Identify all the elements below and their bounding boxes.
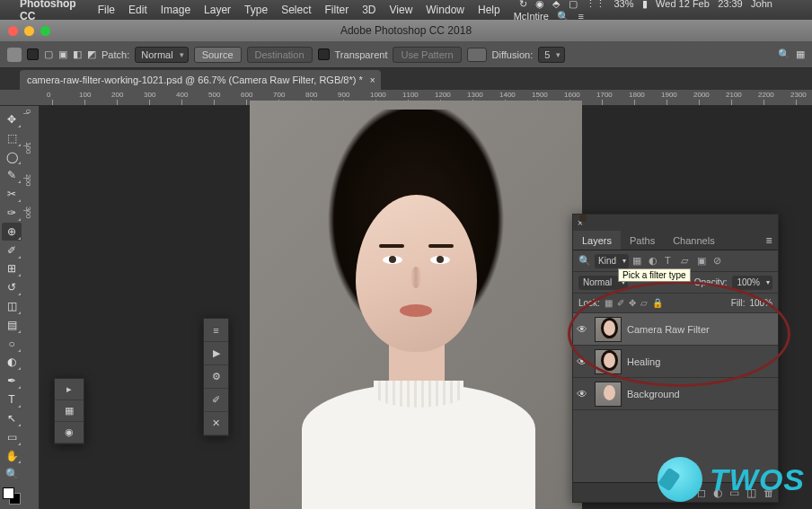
- selection-subtract-icon[interactable]: ◧: [73, 48, 82, 60]
- path-select-tool[interactable]: ↖: [2, 409, 22, 427]
- fill-value[interactable]: 100%: [749, 298, 772, 308]
- menu-filter[interactable]: Filter: [324, 4, 349, 16]
- battery-icon[interactable]: ▮: [642, 0, 648, 9]
- navigator-icon[interactable]: ▦: [55, 400, 84, 422]
- history-icon[interactable]: ◉: [55, 422, 84, 443]
- brush-tool[interactable]: ✐: [2, 241, 22, 259]
- sync-icon[interactable]: ↻: [519, 0, 527, 9]
- history-brush-tool[interactable]: ↺: [2, 278, 22, 296]
- layer-thumbnail[interactable]: [595, 317, 622, 342]
- settings-icon[interactable]: ⚙: [204, 365, 228, 389]
- lock-pixels-icon[interactable]: ▦: [605, 298, 613, 308]
- selection-new-icon[interactable]: ▢: [44, 48, 53, 60]
- blur-tool[interactable]: ○: [2, 335, 22, 353]
- type-tool[interactable]: T: [2, 391, 22, 408]
- eraser-tool[interactable]: ◫: [2, 297, 22, 315]
- navigator-panel[interactable]: ▸ ▦ ◉: [54, 378, 84, 444]
- layer-row[interactable]: 👁 Background: [573, 378, 778, 410]
- filter-smart-icon[interactable]: ▣: [697, 255, 710, 268]
- menu-edit[interactable]: Edit: [128, 4, 147, 16]
- time[interactable]: 23:39: [718, 0, 743, 9]
- filter-type-icon[interactable]: T: [665, 255, 677, 268]
- play-icon[interactable]: ▶: [204, 342, 228, 365]
- tool-preset-icon[interactable]: [27, 48, 39, 60]
- layer-row[interactable]: 👁 Camera Raw Filter: [573, 313, 778, 346]
- zoom-tool[interactable]: 🔍: [2, 465, 22, 483]
- layer-name[interactable]: Background: [627, 389, 680, 399]
- visibility-icon[interactable]: 👁: [577, 388, 589, 400]
- visibility-icon[interactable]: 👁: [577, 355, 589, 368]
- color-swatches[interactable]: [3, 487, 21, 505]
- crop-tool[interactable]: ✂: [2, 185, 22, 203]
- filter-shape-icon[interactable]: ▱: [681, 255, 693, 268]
- brush-icon[interactable]: ✐: [204, 389, 228, 412]
- destination-button[interactable]: Destination: [247, 47, 313, 63]
- diffusion-select[interactable]: 5: [538, 47, 565, 63]
- visibility-icon[interactable]: 👁: [577, 323, 589, 336]
- opacity-value[interactable]: 100%: [732, 276, 772, 290]
- healing-tool[interactable]: ⊕: [2, 223, 22, 241]
- cc-icon[interactable]: ◉: [535, 0, 544, 9]
- workspace-switcher-icon[interactable]: ▦: [796, 48, 805, 60]
- filter-pixel-icon[interactable]: ▦: [632, 255, 645, 268]
- pattern-swatch[interactable]: [467, 48, 487, 62]
- lock-artboard-icon[interactable]: ▱: [640, 298, 648, 308]
- close-tab-icon[interactable]: ×: [370, 75, 375, 85]
- minimize-button[interactable]: [24, 26, 34, 36]
- floating-tools-panel[interactable]: ≡ ▶ ⚙ ✐ ✕: [203, 318, 229, 436]
- shape-tool[interactable]: ▭: [2, 428, 22, 446]
- menu-select[interactable]: Select: [281, 4, 311, 16]
- quick-select-tool[interactable]: ✎: [2, 166, 22, 184]
- selection-add-icon[interactable]: ▣: [58, 48, 67, 60]
- document-tab[interactable]: × camera-raw-filter-working-1021.psd @ 6…: [20, 70, 381, 90]
- eyedropper-tool[interactable]: ✑: [2, 204, 22, 222]
- selection-intersect-icon[interactable]: ◩: [87, 48, 96, 60]
- close-icon[interactable]: ✕: [204, 412, 228, 435]
- date[interactable]: Wed 12 Feb: [656, 0, 710, 9]
- wifi-icon[interactable]: ⋮⋮: [586, 0, 605, 9]
- layer-thumbnail[interactable]: [595, 349, 622, 374]
- search-icon[interactable]: 🔍: [778, 48, 790, 61]
- tab-paths[interactable]: Paths: [621, 231, 664, 250]
- close-button[interactable]: [8, 26, 18, 36]
- panel-collapse-icon[interactable]: ▸: [55, 379, 84, 400]
- layer-row[interactable]: 👁 Healing: [573, 346, 778, 378]
- stamp-tool[interactable]: ⊞: [2, 260, 22, 278]
- tab-layers[interactable]: Layers: [573, 231, 621, 250]
- search-icon[interactable]: 🔍: [578, 255, 591, 267]
- hand-tool[interactable]: ✋: [2, 447, 22, 465]
- menu-window[interactable]: Window: [426, 4, 464, 16]
- lock-brush-icon[interactable]: ✐: [617, 298, 624, 308]
- lasso-tool[interactable]: ◯: [2, 148, 22, 166]
- layer-thumbnail[interactable]: [595, 382, 622, 407]
- marquee-tool[interactable]: ⬚: [2, 129, 22, 147]
- menu-3d[interactable]: 3D: [362, 4, 375, 16]
- menu-image[interactable]: Image: [161, 4, 190, 16]
- menu-type[interactable]: Type: [244, 4, 268, 16]
- use-pattern-button[interactable]: Use Pattern: [393, 47, 461, 63]
- source-button[interactable]: Source: [194, 47, 242, 63]
- layer-name[interactable]: Camera Raw Filter: [627, 324, 710, 335]
- menu-help[interactable]: Help: [478, 4, 500, 16]
- gradient-tool[interactable]: ▤: [2, 316, 22, 334]
- panel-menu-icon[interactable]: ≡: [760, 231, 778, 250]
- tab-channels[interactable]: Channels: [664, 231, 723, 250]
- menu-view[interactable]: View: [390, 4, 413, 16]
- menu-file[interactable]: File: [98, 4, 115, 16]
- move-tool[interactable]: ✥: [2, 110, 22, 128]
- lock-position-icon[interactable]: ✥: [629, 298, 636, 308]
- pan-icon[interactable]: ≡: [204, 319, 228, 342]
- layer-name[interactable]: Healing: [627, 356, 660, 367]
- filter-toggle-icon[interactable]: ⊘: [713, 255, 726, 268]
- maximize-button[interactable]: [40, 26, 50, 36]
- pen-tool[interactable]: ✒: [2, 372, 22, 390]
- dropbox-icon[interactable]: ⬘: [552, 0, 560, 9]
- airplay-icon[interactable]: ▢: [569, 0, 578, 9]
- patch-mode-select[interactable]: Normal: [135, 47, 188, 63]
- home-icon[interactable]: [7, 48, 22, 62]
- lock-all-icon[interactable]: 🔒: [652, 298, 663, 308]
- filter-kind-select[interactable]: Kind: [595, 254, 629, 268]
- panel-header[interactable]: ×: [573, 215, 778, 231]
- menu-layer[interactable]: Layer: [204, 4, 231, 16]
- transparent-checkbox[interactable]: [318, 48, 330, 60]
